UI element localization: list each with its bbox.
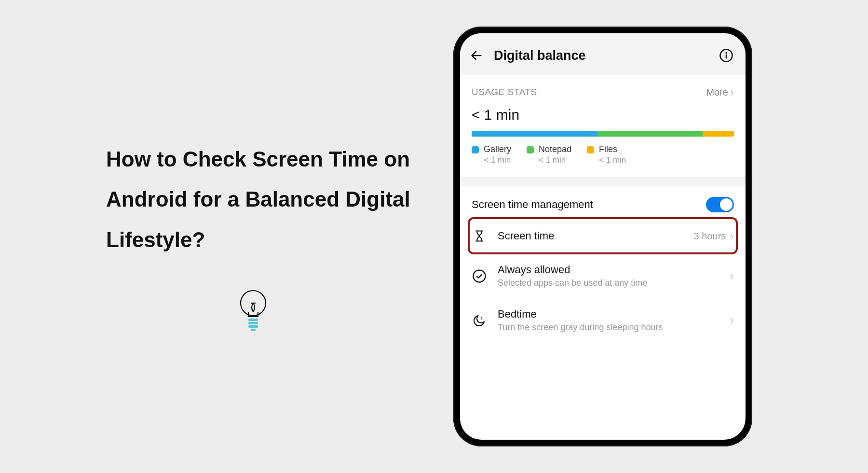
- screen-header: Digital balance: [460, 33, 746, 75]
- chevron-right-icon: ›: [730, 229, 734, 244]
- row-bedtime[interactable]: z Bedtime Turn the screen gray during sl…: [472, 298, 734, 342]
- svg-rect-8: [726, 55, 727, 59]
- more-link[interactable]: More: [706, 87, 728, 98]
- management-section: Screen time management Screen time 3 hou…: [460, 186, 746, 342]
- phone-screen: Digital balance USAGE STATS More ›: [460, 33, 746, 440]
- usage-total: < 1 min: [472, 107, 734, 123]
- chevron-right-icon: ›: [730, 313, 734, 328]
- legend-sub: < 1 min: [484, 155, 511, 165]
- row-label: Bedtime: [498, 308, 730, 320]
- usage-bar: [472, 131, 734, 137]
- back-button[interactable]: [468, 47, 485, 64]
- management-toggle[interactable]: [706, 197, 734, 212]
- legend-name: Notepad: [539, 144, 571, 154]
- svg-rect-3: [248, 322, 258, 324]
- hero-headline: How to Check Screen Time on Android for …: [106, 139, 439, 260]
- legend-name: Gallery: [484, 144, 511, 154]
- usage-bar-segment: [472, 131, 597, 137]
- section-gap: [460, 177, 746, 186]
- usage-bar-segment: [597, 131, 703, 137]
- row-label: Always allowed: [498, 264, 730, 276]
- chevron-right-icon: ›: [730, 85, 734, 99]
- arrow-left-icon: [470, 49, 483, 62]
- chevron-right-icon: ›: [730, 268, 734, 283]
- hourglass-icon: [473, 229, 486, 243]
- svg-rect-2: [248, 319, 258, 321]
- info-icon: [719, 48, 733, 63]
- screen-title: Digital balance: [494, 48, 718, 63]
- section-label: USAGE STATS: [472, 87, 537, 97]
- legend-item: Gallery < 1 min: [472, 144, 511, 165]
- legend-item: Notepad < 1 min: [527, 144, 571, 165]
- svg-rect-4: [248, 325, 258, 328]
- check-circle-icon: [472, 269, 487, 283]
- row-screen-time[interactable]: Screen time 3 hours ›: [470, 219, 736, 252]
- legend-sub: < 1 min: [599, 155, 626, 165]
- moon-icon: z: [472, 313, 487, 328]
- info-button[interactable]: [718, 47, 735, 64]
- row-value: 3 hours: [694, 231, 726, 242]
- usage-bar-segment: [703, 131, 734, 137]
- legend-name: Files: [599, 144, 626, 154]
- legend-swatch: [587, 146, 594, 153]
- legend-swatch: [527, 146, 534, 153]
- legend-sub: < 1 min: [539, 155, 571, 165]
- usage-stats-card: USAGE STATS More › < 1 min Gallery < 1 m…: [460, 75, 746, 177]
- svg-text:z: z: [481, 315, 483, 320]
- legend-item: Files < 1 min: [587, 144, 626, 165]
- management-title: Screen time management: [472, 198, 706, 211]
- phone-frame: Digital balance USAGE STATS More ›: [453, 27, 752, 446]
- svg-point-9: [474, 270, 486, 282]
- row-sub: Turn the screen gray during sleeping hou…: [498, 322, 730, 333]
- lightbulb-icon: [106, 289, 439, 334]
- svg-point-7: [725, 52, 727, 54]
- row-always-allowed[interactable]: Always allowed Selected apps can be used…: [472, 253, 734, 298]
- svg-rect-5: [251, 329, 256, 331]
- row-sub: Selected apps can be used at any time: [498, 278, 730, 288]
- usage-legend: Gallery < 1 min Notepad < 1 min Files < …: [472, 144, 734, 165]
- hero-left: How to Check Screen Time on Android for …: [77, 139, 453, 334]
- legend-swatch: [472, 146, 479, 153]
- row-label: Screen time: [498, 230, 694, 242]
